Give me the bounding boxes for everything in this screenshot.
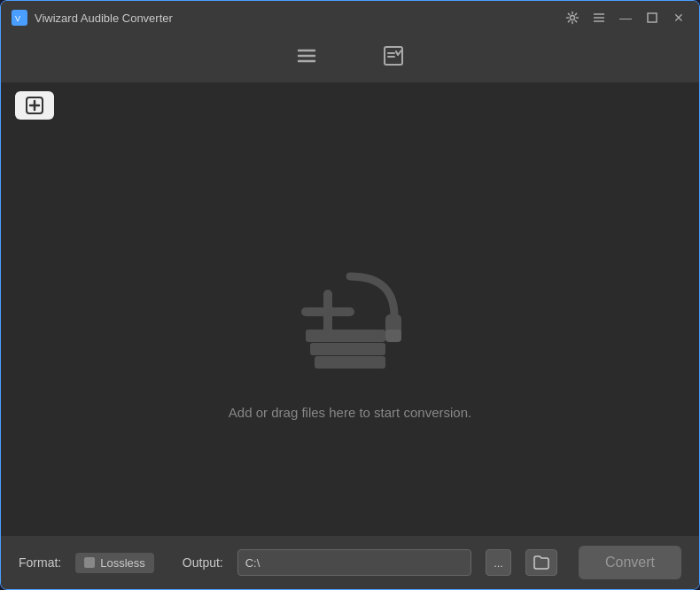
app-icon: V bbox=[12, 10, 27, 26]
format-value: Lossless bbox=[100, 556, 145, 570]
book-list-icon[interactable] bbox=[290, 39, 323, 78]
convert-button[interactable]: Convert bbox=[579, 546, 681, 579]
svg-rect-16 bbox=[306, 330, 385, 342]
app-title: Viwizard Audible Converter bbox=[35, 12, 173, 25]
app-window: V Viwizard Audible Converter — bbox=[0, 0, 700, 590]
format-label: Format: bbox=[19, 555, 61, 570]
svg-rect-22 bbox=[385, 330, 401, 342]
folder-button[interactable] bbox=[525, 549, 557, 576]
dots-button[interactable]: ... bbox=[486, 549, 511, 576]
minimize-button[interactable]: — bbox=[616, 8, 635, 27]
drop-area-icon bbox=[279, 245, 421, 387]
action-bar bbox=[1, 82, 699, 128]
format-badge[interactable]: Lossless bbox=[75, 553, 154, 573]
svg-rect-6 bbox=[648, 13, 657, 22]
format-icon bbox=[84, 557, 95, 568]
svg-text:V: V bbox=[15, 14, 20, 23]
maximize-button[interactable] bbox=[642, 8, 662, 27]
settings-button[interactable] bbox=[563, 8, 582, 27]
title-bar: V Viwizard Audible Converter — bbox=[1, 1, 699, 35]
output-label: Output: bbox=[183, 555, 223, 570]
svg-rect-17 bbox=[310, 343, 385, 355]
checklist-icon[interactable] bbox=[377, 39, 410, 78]
svg-point-2 bbox=[571, 16, 575, 20]
menu-button[interactable] bbox=[589, 8, 609, 27]
main-content: Add or drag files here to start conversi… bbox=[1, 128, 699, 536]
svg-rect-18 bbox=[315, 356, 385, 369]
title-bar-left: V Viwizard Audible Converter bbox=[12, 10, 173, 26]
drop-text: Add or drag files here to start conversi… bbox=[229, 405, 471, 420]
add-file-button[interactable] bbox=[15, 91, 54, 120]
output-path: C:\ bbox=[237, 549, 471, 576]
close-button[interactable]: ✕ bbox=[669, 8, 688, 27]
bottom-bar: Format: Lossless Output: C:\ ... Convert bbox=[1, 536, 699, 589]
toolbar bbox=[1, 35, 699, 82]
title-bar-controls: — ✕ bbox=[563, 8, 688, 27]
